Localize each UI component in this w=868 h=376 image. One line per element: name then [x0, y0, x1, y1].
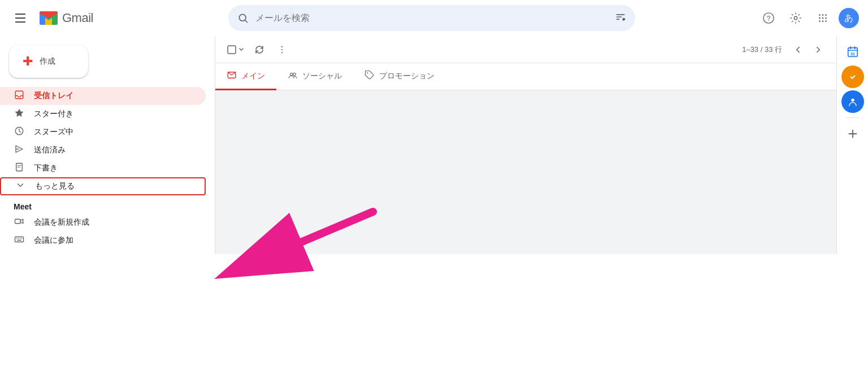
toolbar-right: 1–33 / 33 行 — [737, 41, 827, 59]
svg-rect-27 — [21, 238, 23, 239]
svg-line-1 — [245, 20, 248, 23]
right-panel-calendar[interactable]: 31 — [841, 41, 864, 63]
right-panel-add[interactable] — [841, 123, 864, 145]
svg-point-10 — [819, 14, 821, 16]
prev-page-button[interactable] — [789, 41, 807, 59]
gmail-logo: Gmail — [37, 7, 93, 29]
sidebar-item-drafts[interactable]: 下書き — [0, 159, 206, 177]
menu-button[interactable] — [9, 7, 32, 29]
social-tab-icon — [288, 70, 298, 82]
tab-promotions[interactable]: プロモーション — [353, 63, 446, 90]
svg-point-18 — [825, 20, 827, 22]
main-tab-label: メイン — [241, 71, 265, 81]
video-icon — [14, 216, 25, 229]
apps-button[interactable] — [811, 7, 834, 29]
sidebar-more-label: もっと見る — [35, 181, 75, 191]
right-panel-tasks[interactable] — [841, 65, 864, 88]
refresh-button[interactable] — [249, 40, 270, 60]
svg-text:31: 31 — [850, 51, 854, 56]
settings-button[interactable] — [784, 7, 807, 29]
sidebar-join-meeting-label: 会議に参加 — [34, 235, 73, 246]
svg-rect-4 — [617, 19, 620, 20]
svg-point-15 — [825, 18, 827, 19]
email-list-area — [215, 90, 836, 254]
main-body: ✚ 作成 受信トレイ スター付き — [0, 36, 868, 254]
sidebar-snoozed-label: スヌーズ中 — [34, 127, 73, 137]
send-icon — [14, 144, 25, 157]
svg-point-13 — [819, 18, 821, 19]
svg-point-16 — [819, 20, 821, 22]
svg-point-32 — [281, 52, 283, 53]
sidebar-item-starred[interactable]: スター付き — [0, 105, 206, 123]
sidebar-item-sent[interactable]: 送信済み — [0, 141, 206, 159]
next-page-button[interactable] — [809, 41, 827, 59]
main-tab-icon — [227, 70, 237, 82]
clock-icon — [14, 126, 25, 139]
sidebar-item-snoozed[interactable]: スヌーズ中 — [0, 123, 206, 141]
svg-text:?: ? — [767, 15, 771, 23]
keyboard-icon — [14, 234, 25, 247]
sidebar-item-inbox[interactable]: 受信トレイ — [0, 87, 206, 105]
tab-social[interactable]: ソーシャル — [276, 63, 353, 90]
sidebar: ✚ 作成 受信トレイ スター付き — [0, 36, 215, 254]
sidebar-item-join-meeting[interactable]: 会議に参加 — [0, 231, 206, 250]
svg-point-39 — [847, 72, 857, 82]
compose-label: 作成 — [40, 56, 55, 67]
right-panel-contacts[interactable] — [841, 90, 864, 113]
svg-rect-19 — [15, 91, 23, 99]
right-panel: 31 — [836, 36, 868, 254]
svg-rect-25 — [18, 238, 19, 239]
toolbar: 1–33 / 33 行 — [215, 36, 836, 63]
search-input[interactable] — [255, 13, 615, 23]
sidebar-sent-label: 送信済み — [34, 145, 66, 155]
svg-point-35 — [293, 73, 296, 76]
svg-line-6 — [625, 20, 626, 21]
inbox-icon — [14, 90, 25, 103]
header-right: ? あ — [757, 7, 859, 29]
svg-point-14 — [822, 18, 824, 19]
compose-button[interactable]: ✚ 作成 — [9, 45, 88, 78]
promotions-tab-label: プロモーション — [379, 71, 435, 81]
svg-rect-28 — [17, 239, 21, 241]
svg-rect-2 — [617, 14, 625, 15]
svg-rect-26 — [20, 238, 21, 239]
chevron-down-icon — [15, 180, 26, 193]
social-tab-label: ソーシャル — [302, 71, 342, 81]
svg-rect-22 — [15, 219, 21, 224]
gmail-title: Gmail — [62, 11, 93, 25]
header-left: Gmail — [9, 7, 224, 29]
app-header: Gmail ? — [0, 0, 868, 36]
svg-point-30 — [281, 46, 283, 47]
svg-point-36 — [367, 72, 368, 73]
svg-point-11 — [822, 14, 824, 16]
svg-rect-29 — [228, 46, 236, 54]
sidebar-item-more[interactable]: もっと見る — [0, 177, 206, 195]
sidebar-item-new-meeting[interactable]: 会議を新規作成 — [0, 213, 206, 231]
svg-rect-3 — [617, 16, 622, 18]
search-bar[interactable] — [228, 5, 635, 31]
search-options-icon[interactable] — [615, 11, 626, 25]
toolbar-left — [224, 40, 292, 60]
svg-rect-23 — [15, 237, 24, 242]
draft-icon — [14, 162, 25, 175]
compose-plus-icon: ✚ — [23, 54, 33, 69]
svg-point-34 — [290, 73, 293, 76]
select-all-button[interactable] — [224, 40, 247, 60]
page-info: 1–33 / 33 行 — [742, 45, 782, 55]
right-panel-divider — [846, 117, 860, 118]
svg-point-17 — [822, 20, 824, 22]
sidebar-inbox-label: 受信トレイ — [34, 91, 73, 101]
svg-point-41 — [851, 99, 854, 102]
avatar[interactable]: あ — [839, 8, 859, 28]
svg-point-31 — [281, 49, 283, 50]
email-tabs: メイン ソーシャル — [215, 63, 836, 90]
tab-main[interactable]: メイン — [215, 63, 276, 90]
star-icon — [14, 108, 25, 121]
search-icon — [237, 12, 249, 24]
help-button[interactable]: ? — [757, 7, 780, 29]
more-options-button[interactable] — [272, 40, 292, 60]
sidebar-drafts-label: 下書き — [34, 163, 58, 173]
sidebar-starred-label: スター付き — [34, 109, 73, 119]
svg-point-9 — [794, 16, 797, 20]
svg-rect-24 — [16, 238, 18, 239]
